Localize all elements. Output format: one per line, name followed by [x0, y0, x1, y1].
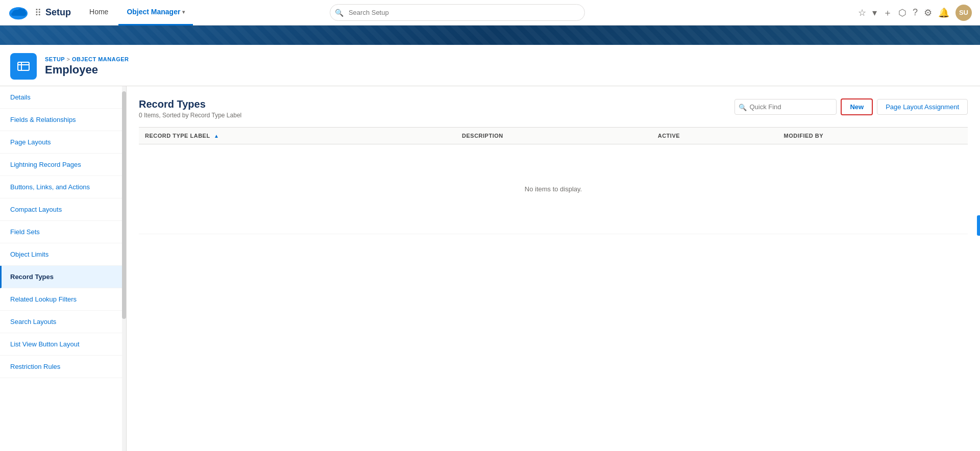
sidebar-item-lightning-record-pages[interactable]: Lightning Record Pages [0, 154, 126, 176]
sidebar-item-label-search-layouts: Search Layouts [10, 318, 56, 325]
sidebar-item-list-view-button-layout[interactable]: List View Button Layout [0, 333, 126, 356]
add-icon[interactable]: ＋ [883, 7, 892, 19]
sidebar-item-label-record-types: Record Types [10, 273, 54, 281]
sidebar-item-label-related-lookup-filters: Related Lookup Filters [10, 295, 77, 303]
page-title: Employee [45, 63, 129, 77]
col-modified-by: MODIFIED BY [778, 128, 968, 144]
object-icon [10, 53, 37, 80]
breadcrumb-setup-link[interactable]: SETUP [45, 56, 65, 62]
search-icon: 🔍 [335, 9, 344, 17]
tab-home[interactable]: Home [81, 0, 116, 26]
global-search-input[interactable] [330, 4, 585, 21]
quick-find-icon: 🔍 [739, 103, 747, 111]
col-active: ACTIVE [652, 128, 778, 144]
sidebar-item-label-page-layouts: Page Layouts [10, 138, 51, 146]
dropdown-icon[interactable]: ▾ [872, 7, 877, 18]
col-record-type-label: RECORD TYPE LABEL ▲ [139, 128, 456, 144]
object-icon-svg [16, 59, 31, 73]
sidebar-item-fields-relationships[interactable]: Fields & Relationships [0, 109, 126, 131]
avatar[interactable]: SU [955, 5, 972, 21]
grid-icon[interactable]: ⠿ [35, 7, 41, 18]
sidebar-item-label-restriction-rules: Restriction Rules [10, 363, 60, 370]
sidebar-item-label-buttons-links-actions: Buttons, Links, and Actions [10, 183, 90, 191]
top-right-icons: ☆ ▾ ＋ ⬡ ? ⚙ 🔔 SU [858, 5, 972, 21]
breadcrumb-object-manager-link[interactable]: OBJECT MANAGER [72, 56, 129, 62]
section-title: Record Types [139, 98, 241, 110]
sidebar: DetailsFields & RelationshipsPage Layout… [0, 86, 127, 451]
section-header: Record Types 0 Items, Sorted by Record T… [139, 98, 968, 119]
content-panel: Record Types 0 Items, Sorted by Record T… [127, 86, 980, 451]
table-body: No items to display. [139, 144, 968, 234]
sidebar-item-label-details: Details [10, 93, 31, 101]
sidebar-item-label-object-limits: Object Limits [10, 250, 48, 258]
section-title-group: Record Types 0 Items, Sorted by Record T… [139, 98, 241, 119]
sidebar-item-field-sets[interactable]: Field Sets [0, 221, 126, 243]
search-bar-container: 🔍 [330, 4, 585, 21]
sidebar-item-record-types[interactable]: Record Types [0, 266, 126, 288]
tab-object-manager[interactable]: Object Manager ▾ [118, 0, 193, 26]
sidebar-item-search-layouts[interactable]: Search Layouts [0, 311, 126, 333]
quick-find-input[interactable] [734, 99, 837, 115]
breadcrumb-separator: > [67, 56, 72, 62]
chevron-down-icon: ▾ [182, 9, 185, 15]
salesforce-logo [8, 3, 29, 23]
empty-state-row: No items to display. [139, 144, 968, 234]
sidebar-item-related-lookup-filters[interactable]: Related Lookup Filters [0, 288, 126, 311]
sidebar-item-object-limits[interactable]: Object Limits [0, 243, 126, 266]
sidebar-item-label-list-view-button-layout: List View Button Layout [10, 340, 80, 348]
top-navigation: ⠿ Setup Home Object Manager ▾ 🔍 ☆ ▾ ＋ ⬡ … [0, 0, 980, 26]
nav-tabs: Home Object Manager ▾ [81, 0, 193, 25]
sidebar-scroll-indicator [122, 86, 126, 451]
star-icon[interactable]: ☆ [858, 7, 866, 18]
svg-rect-2 [18, 62, 29, 70]
bell-icon[interactable]: 🔔 [938, 7, 949, 18]
main-content: DetailsFields & RelationshipsPage Layout… [0, 86, 980, 451]
decorative-nav-bar [0, 26, 980, 45]
lightning-icon[interactable]: ⬡ [898, 7, 906, 18]
sidebar-scroll-thumb [122, 91, 126, 319]
setup-label: Setup [45, 7, 71, 18]
sort-icon[interactable]: ▲ [214, 133, 219, 139]
col-description: DESCRIPTION [456, 128, 652, 144]
sidebar-item-page-layouts[interactable]: Page Layouts [0, 131, 126, 154]
sidebar-item-details[interactable]: Details [0, 86, 126, 109]
empty-state-message: No items to display. [139, 144, 968, 234]
record-types-table: RECORD TYPE LABEL ▲ DESCRIPTION ACTIVE M… [139, 127, 968, 234]
table-header-row: RECORD TYPE LABEL ▲ DESCRIPTION ACTIVE M… [139, 128, 968, 144]
sidebar-item-label-lightning-record-pages: Lightning Record Pages [10, 161, 81, 168]
section-subtitle: 0 Items, Sorted by Record Type Label [139, 112, 241, 119]
sidebar-item-label-compact-layouts: Compact Layouts [10, 206, 62, 213]
quick-find-wrapper: 🔍 [734, 99, 837, 115]
sidebar-item-label-fields-relationships: Fields & Relationships [10, 116, 76, 123]
breadcrumb: SETUP > OBJECT MANAGER [45, 56, 129, 62]
sidebar-item-restriction-rules[interactable]: Restriction Rules [0, 356, 126, 378]
new-button[interactable]: New [841, 98, 873, 115]
breadcrumb-text: SETUP > OBJECT MANAGER Employee [45, 56, 129, 77]
help-icon[interactable]: ? [913, 7, 918, 18]
right-edge-indicator [977, 215, 980, 236]
page-layout-assignment-button[interactable]: Page Layout Assignment [877, 99, 968, 115]
sidebar-items-container: DetailsFields & RelationshipsPage Layout… [0, 86, 126, 378]
table-header: RECORD TYPE LABEL ▲ DESCRIPTION ACTIVE M… [139, 128, 968, 144]
gear-icon[interactable]: ⚙ [924, 7, 932, 18]
section-actions: 🔍 New Page Layout Assignment [734, 98, 968, 115]
sidebar-item-label-field-sets: Field Sets [10, 228, 40, 236]
sidebar-item-compact-layouts[interactable]: Compact Layouts [0, 198, 126, 221]
breadcrumb-section: SETUP > OBJECT MANAGER Employee [0, 45, 980, 86]
sidebar-item-buttons-links-actions[interactable]: Buttons, Links, and Actions [0, 176, 126, 198]
